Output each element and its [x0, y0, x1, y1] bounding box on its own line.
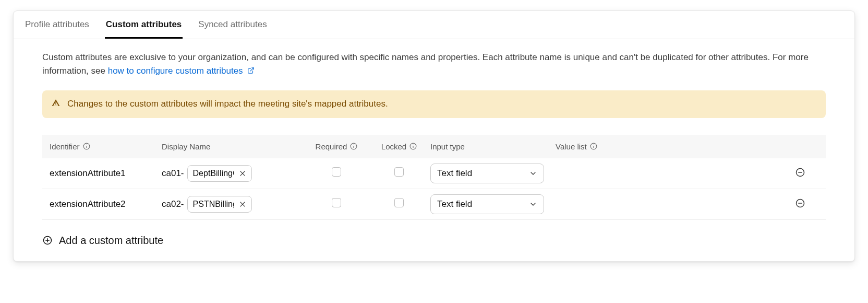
- intro-help-link[interactable]: how to configure custom attributes: [108, 66, 255, 76]
- remove-row-button[interactable]: [794, 197, 806, 209]
- display-name-input[interactable]: [193, 200, 234, 209]
- identifier-cell: extensionAttribute1: [50, 168, 162, 179]
- display-name-chip: [187, 196, 252, 213]
- required-checkbox[interactable]: [332, 198, 341, 207]
- col-display-name: Display Name: [162, 142, 305, 151]
- col-required-label: Required: [316, 142, 347, 151]
- remove-row-button[interactable]: [794, 167, 806, 178]
- tabs-bar: Profile attributes Custom attributes Syn…: [14, 11, 854, 39]
- intro-text: Custom attributes are exclusive to your …: [42, 51, 826, 79]
- clear-icon[interactable]: [239, 201, 246, 208]
- input-type-cell: Text field: [430, 194, 556, 214]
- table-header: Identifier Display Name Required Locked: [42, 135, 826, 158]
- col-value-list-label: Value list: [556, 142, 587, 151]
- svg-line-0: [250, 68, 254, 71]
- table-row: extensionAttribute1 ca01-: [42, 158, 826, 189]
- tab-custom-attributes[interactable]: Custom attributes: [105, 11, 183, 39]
- actions-cell: [782, 167, 818, 180]
- attributes-card: Profile attributes Custom attributes Syn…: [13, 10, 855, 262]
- actions-cell: [782, 197, 818, 211]
- display-name-chip: [187, 165, 252, 182]
- display-name-prefix: ca01-: [162, 168, 184, 179]
- col-display-name-label: Display Name: [162, 142, 210, 151]
- attributes-table: Identifier Display Name Required Locked: [42, 135, 826, 220]
- col-input-type-label: Input type: [430, 142, 465, 151]
- chevron-down-icon: [529, 200, 537, 208]
- display-name-prefix: ca02-: [162, 199, 184, 209]
- col-input-type: Input type: [430, 142, 556, 151]
- locked-checkbox[interactable]: [394, 198, 404, 207]
- svg-point-3: [86, 145, 87, 145]
- info-icon[interactable]: [590, 143, 597, 150]
- warning-alert: Changes to the custom attributes will im…: [42, 90, 826, 118]
- input-type-cell: Text field: [430, 164, 556, 183]
- clear-icon[interactable]: [239, 170, 246, 177]
- col-identifier: Identifier: [50, 142, 162, 151]
- identifier-cell: extensionAttribute2: [50, 199, 162, 209]
- add-custom-attribute-button[interactable]: Add a custom attribute: [42, 235, 826, 247]
- locked-checkbox[interactable]: [394, 167, 404, 177]
- required-cell: [305, 167, 368, 179]
- input-type-select[interactable]: Text field: [430, 164, 544, 183]
- locked-cell: [368, 198, 430, 210]
- svg-point-12: [593, 145, 594, 145]
- input-type-value: Text field: [437, 168, 472, 179]
- chevron-down-icon: [529, 169, 537, 178]
- locked-cell: [368, 167, 430, 179]
- col-value-list: Value list: [556, 142, 782, 151]
- table-row: extensionAttribute2 ca02-: [42, 189, 826, 220]
- intro-help-link-text: how to configure custom attributes: [108, 66, 243, 76]
- svg-point-6: [354, 145, 354, 145]
- add-custom-attribute-label: Add a custom attribute: [59, 235, 163, 247]
- info-icon[interactable]: [409, 143, 417, 150]
- display-name-cell: ca01-: [162, 165, 305, 182]
- warning-icon: [52, 99, 60, 110]
- tab-profile-attributes[interactable]: Profile attributes: [24, 11, 90, 39]
- custom-attributes-panel: Custom attributes are exclusive to your …: [14, 39, 854, 261]
- display-name-cell: ca02-: [162, 196, 305, 213]
- svg-point-9: [413, 145, 414, 145]
- col-locked: Locked: [368, 142, 430, 151]
- col-identifier-label: Identifier: [50, 142, 80, 151]
- info-icon[interactable]: [83, 143, 90, 150]
- external-link-icon: [247, 66, 255, 76]
- plus-circle-icon: [42, 235, 53, 246]
- input-type-value: Text field: [437, 199, 472, 209]
- warning-text: Changes to the custom attributes will im…: [67, 99, 388, 109]
- col-locked-label: Locked: [381, 142, 406, 151]
- required-cell: [305, 198, 368, 210]
- display-name-input[interactable]: [193, 169, 234, 178]
- required-checkbox[interactable]: [332, 167, 341, 177]
- input-type-select[interactable]: Text field: [430, 194, 544, 214]
- info-icon[interactable]: [350, 143, 357, 150]
- col-required: Required: [305, 142, 368, 151]
- tab-synced-attributes[interactable]: Synced attributes: [197, 11, 268, 39]
